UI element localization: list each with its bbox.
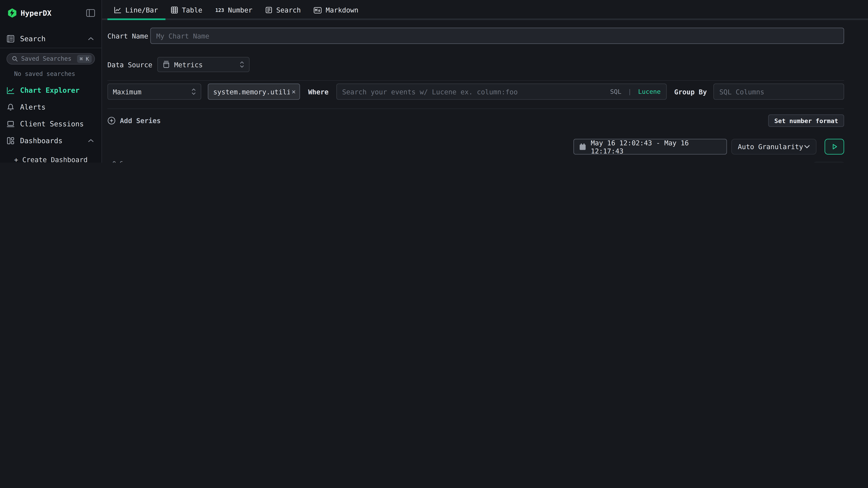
- bell-icon: [6, 103, 14, 111]
- sidebar-item-label: Dashboards: [20, 137, 88, 145]
- tab-label: Table: [182, 6, 203, 14]
- database-icon: [163, 61, 170, 68]
- table-icon: [171, 6, 178, 13]
- group-by-input[interactable]: [713, 84, 844, 100]
- tab-label: Number: [228, 6, 252, 14]
- add-series-label: Add Series: [120, 117, 161, 125]
- tab-markdown[interactable]: Markdown: [307, 1, 365, 19]
- no-saved-searches-text: No saved searches: [14, 70, 101, 77]
- sidebar-collapse-icon[interactable]: [86, 9, 95, 17]
- divider: [107, 80, 844, 81]
- date-range-value: May 16 12:02:43 - May 16 12:17:43: [591, 139, 721, 155]
- tab-track: [102, 19, 868, 20]
- chart-name-input[interactable]: [150, 28, 844, 44]
- logo-row: HyperDX: [0, 0, 101, 22]
- saved-searches-input[interactable]: Saved Searches ⌘ K: [6, 53, 95, 65]
- add-series-row: Add Series Set number format: [107, 115, 844, 127]
- aggregation-select[interactable]: Maximum: [107, 84, 201, 100]
- hyperdx-logo-icon: [8, 8, 17, 18]
- sql-toggle[interactable]: SQL: [610, 88, 621, 95]
- sidebar-item-alerts[interactable]: Alerts: [0, 99, 101, 116]
- dashboards-icon: [6, 137, 14, 145]
- series-row: Maximum system.memory.utiliza ✕ Where S: [107, 84, 844, 100]
- granularity-select[interactable]: Auto Granularity: [731, 139, 816, 155]
- date-range-picker[interactable]: May 16 12:02:43 - May 16 12:17:43: [574, 139, 727, 155]
- line-chart-icon: [6, 87, 14, 94]
- data-source-row: Data Source Metrics: [107, 57, 844, 72]
- app-title: HyperDX: [21, 9, 86, 18]
- main-panel: Line/Bar Table 123 Number: [102, 0, 868, 163]
- active-tab-underline: [107, 19, 165, 20]
- remove-field-icon[interactable]: ✕: [292, 88, 296, 95]
- chart-display-toggle: [813, 162, 845, 163]
- calendar-icon: [579, 143, 586, 150]
- data-source-select[interactable]: Metrics: [157, 57, 250, 72]
- lucene-toggle[interactable]: Lucene: [638, 88, 661, 95]
- chart-area: 00.150.30.450.6May 16 12:02:30 PM12:04:3…: [107, 160, 844, 163]
- sidebar-item-search[interactable]: Search: [0, 30, 101, 48]
- data-source-value: Metrics: [174, 61, 203, 69]
- aggregation-value: Maximum: [113, 88, 142, 96]
- metric-field-tag[interactable]: system.memory.utiliza ✕: [208, 84, 300, 100]
- toggle-separator: |: [628, 88, 632, 95]
- divider: [107, 108, 844, 109]
- time-toolbar: May 16 12:02:43 - May 16 12:17:43 Auto G…: [107, 139, 844, 155]
- search-list-icon: [266, 6, 273, 13]
- hyperdx-app: HyperDX Search: [0, 0, 868, 163]
- granularity-value: Auto Granularity: [738, 142, 803, 151]
- tab-search[interactable]: Search: [259, 1, 307, 19]
- tab-table[interactable]: Table: [164, 1, 209, 19]
- where-label: Where: [308, 88, 329, 96]
- chevron-up-icon: [88, 35, 94, 42]
- sidebar-item-label: Alerts: [20, 103, 94, 111]
- select-chevrons-icon: [191, 88, 196, 95]
- sidebar-item-client-sessions[interactable]: Client Sessions: [0, 116, 101, 132]
- chart-name-label: Chart Name: [107, 32, 150, 40]
- select-chevrons-icon: [240, 61, 244, 68]
- chevron-down-icon: [804, 145, 810, 149]
- sidebar-item-dashboards[interactable]: Dashboards: [0, 132, 101, 149]
- where-search-input[interactable]: [342, 88, 606, 96]
- chevron-up-icon: [88, 137, 94, 144]
- tab-line-bar[interactable]: Line/Bar: [107, 1, 164, 19]
- set-number-format-button[interactable]: Set number format: [768, 115, 844, 127]
- sidebar-item-label: Search: [20, 35, 88, 43]
- laptop-icon: [6, 120, 14, 128]
- log-list-icon: [6, 35, 14, 43]
- play-icon: [831, 143, 838, 150]
- run-query-button[interactable]: [825, 139, 844, 155]
- sidebar-item-chart-explorer[interactable]: Chart Explorer: [0, 82, 101, 99]
- chart-builder: Chart Name Data Source Metrics: [102, 20, 868, 163]
- search-icon: [12, 56, 18, 62]
- line-chart-icon: [114, 6, 122, 13]
- add-series-button[interactable]: Add Series: [107, 117, 161, 125]
- shortcut-badge: ⌘ K: [77, 55, 92, 63]
- number-123-icon: 123: [215, 7, 224, 13]
- query-language-toggle: SQL | Lucene: [610, 88, 660, 95]
- chart-name-row: Chart Name: [107, 28, 844, 44]
- chart-type-tabbar: Line/Bar Table 123 Number: [102, 0, 868, 20]
- create-dashboard-link[interactable]: + Create Dashboard: [14, 156, 101, 163]
- plus-circle-icon: [107, 117, 116, 125]
- tab-number[interactable]: 123 Number: [209, 1, 259, 19]
- sidebar-item-label: Chart Explorer: [20, 86, 94, 94]
- data-source-label: Data Source: [107, 61, 157, 69]
- tab-label: Search: [276, 6, 301, 14]
- tab-label: Line/Bar: [125, 6, 158, 14]
- saved-searches-placeholder: Saved Searches: [21, 55, 77, 62]
- markdown-icon: [314, 7, 322, 13]
- where-search-box: SQL | Lucene: [336, 84, 666, 100]
- sidebar-item-label: Client Sessions: [20, 120, 94, 128]
- tab-label: Markdown: [326, 6, 359, 14]
- sidebar-nav: Chart Explorer Alerts Client Sessions: [0, 82, 101, 149]
- group-by-label: Group By: [674, 88, 707, 96]
- timeseries-chart[interactable]: 00.150.30.450.6May 16 12:02:30 PM12:04:3…: [107, 160, 849, 163]
- metric-field-name: system.memory.utiliza: [213, 88, 289, 96]
- svg-text:0.6: 0.6: [112, 160, 123, 163]
- sidebar-divider: [0, 48, 101, 48]
- sidebar: HyperDX Search: [0, 0, 102, 163]
